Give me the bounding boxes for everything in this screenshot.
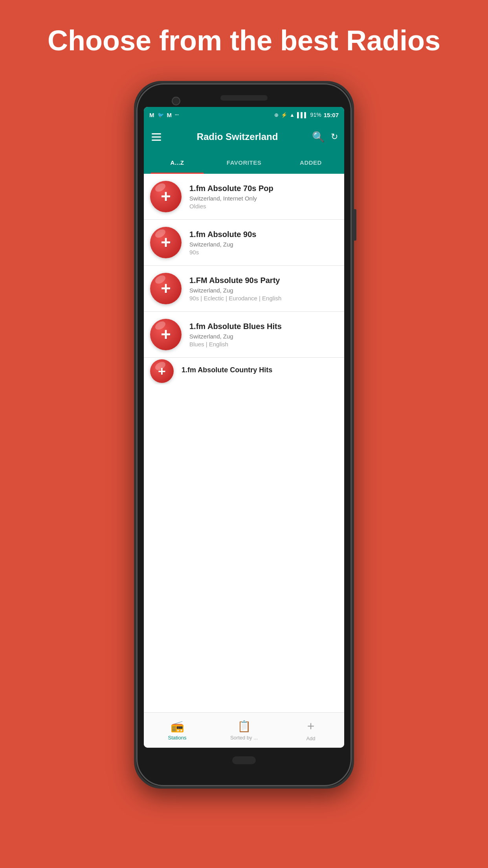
station-name: 1.FM Absolute 90s Party [189, 276, 338, 285]
clock: 15:07 [324, 112, 339, 118]
nav-stations-label: Stations [168, 735, 187, 741]
station-list: + 1.fm Absolute 70s Pop Switzerland, Int… [144, 174, 344, 712]
bluetooth-icon: ⚡ [281, 112, 287, 118]
station-info: 1.fm Absolute 90s Switzerland, Zug 90s [182, 230, 338, 256]
sorted-icon: 📋 [237, 720, 251, 733]
station-logo: + [150, 319, 182, 350]
nav-add[interactable]: + Add [277, 713, 344, 748]
station-item[interactable]: + 1.FM Absolute 90s Party Switzerland, Z… [144, 266, 344, 312]
phone-screen: M 🐦 M ··· ⊕ ⚡ ▲ ▌▌▌ 91% 15:07 Radio Swit… [144, 107, 344, 748]
page-headline: Choose from the best Radios [24, 24, 464, 57]
station-name: 1.fm Absolute 70s Pop [189, 184, 338, 193]
tab-az[interactable]: A...Z [144, 151, 211, 174]
station-location: Switzerland, Zug [189, 287, 338, 294]
station-info: 1.fm Absolute Country Hits [174, 366, 338, 376]
menu-button[interactable] [150, 132, 163, 142]
gmail-icon: M [149, 112, 154, 118]
station-info: 1.fm Absolute Blues Hits Switzerland, Zu… [182, 322, 338, 348]
station-logo: + [150, 359, 174, 383]
app-title: Radio Switzerland [168, 131, 306, 142]
app-bar: Radio Switzerland 🔍 ↻ [144, 123, 344, 151]
add-icon: + [307, 719, 315, 734]
phone-top-bar [136, 83, 352, 107]
tab-favorites[interactable]: FAVORITES [211, 151, 277, 174]
swiss-cross-icon: + [161, 280, 171, 297]
camera-dot [172, 97, 180, 105]
station-item[interactable]: + 1.fm Absolute 90s Switzerland, Zug 90s [144, 220, 344, 266]
swiss-cross-icon: + [161, 188, 171, 205]
station-logo: + [150, 273, 182, 304]
nav-add-label: Add [306, 736, 315, 741]
station-info: 1.FM Absolute 90s Party Switzerland, Zug… [182, 276, 338, 302]
stations-icon: 📻 [171, 720, 184, 733]
station-name: 1.fm Absolute Country Hits [182, 366, 338, 374]
station-name: 1.fm Absolute 90s [189, 230, 338, 239]
more-icon: ··· [175, 112, 179, 118]
sync-icon: ⊕ [274, 112, 279, 118]
phone-device: M 🐦 M ··· ⊕ ⚡ ▲ ▌▌▌ 91% 15:07 Radio Swit… [134, 81, 354, 789]
mail-icon: M [167, 112, 172, 118]
station-logo: + [150, 181, 182, 212]
tabs-bar: A...Z FAVORITES ADDED [144, 151, 344, 174]
station-genre: Blues | English [189, 341, 338, 348]
status-left-icons: M 🐦 M ··· [149, 112, 179, 118]
station-genre: Oldies [189, 203, 338, 210]
station-info: 1.fm Absolute 70s Pop Switzerland, Inter… [182, 184, 338, 210]
station-location: Switzerland, Internet Only [189, 195, 338, 202]
station-genre: 90s [189, 249, 338, 256]
swiss-cross-icon: + [161, 326, 171, 343]
station-location: Switzerland, Zug [189, 333, 338, 340]
phone-bottom [136, 748, 352, 768]
station-logo: + [150, 227, 182, 258]
station-item[interactable]: + 1.fm Absolute 70s Pop Switzerland, Int… [144, 174, 344, 220]
app-bar-actions: 🔍 ↻ [312, 131, 338, 143]
battery-level: 91% [310, 112, 321, 118]
search-button[interactable]: 🔍 [312, 131, 325, 143]
tab-added[interactable]: ADDED [277, 151, 344, 174]
home-button[interactable] [232, 756, 256, 764]
status-right-icons: ⊕ ⚡ ▲ ▌▌▌ 91% 15:07 [274, 112, 339, 118]
wifi-icon: ▲ [290, 112, 295, 118]
station-item[interactable]: + 1.fm Absolute Blues Hits Switzerland, … [144, 312, 344, 358]
swiss-cross-icon: + [158, 364, 166, 378]
bottom-nav: 📻 Stations 📋 Sorted by ... + Add [144, 712, 344, 748]
nav-sorted-label: Sorted by ... [230, 735, 258, 741]
nav-stations[interactable]: 📻 Stations [144, 713, 211, 748]
twitter-icon: 🐦 [158, 112, 164, 118]
station-genre: 90s | Eclectic | Eurodance | English [189, 295, 338, 302]
swiss-cross-icon: + [161, 234, 171, 251]
refresh-button[interactable]: ↻ [331, 132, 338, 142]
nav-sorted[interactable]: 📋 Sorted by ... [211, 713, 277, 748]
status-bar: M 🐦 M ··· ⊕ ⚡ ▲ ▌▌▌ 91% 15:07 [144, 107, 344, 123]
speaker-bar [220, 95, 268, 101]
station-name: 1.fm Absolute Blues Hits [189, 322, 338, 331]
station-location: Switzerland, Zug [189, 241, 338, 248]
station-item-partial[interactable]: + 1.fm Absolute Country Hits [144, 358, 344, 384]
signal-icon: ▌▌▌ [297, 112, 308, 118]
